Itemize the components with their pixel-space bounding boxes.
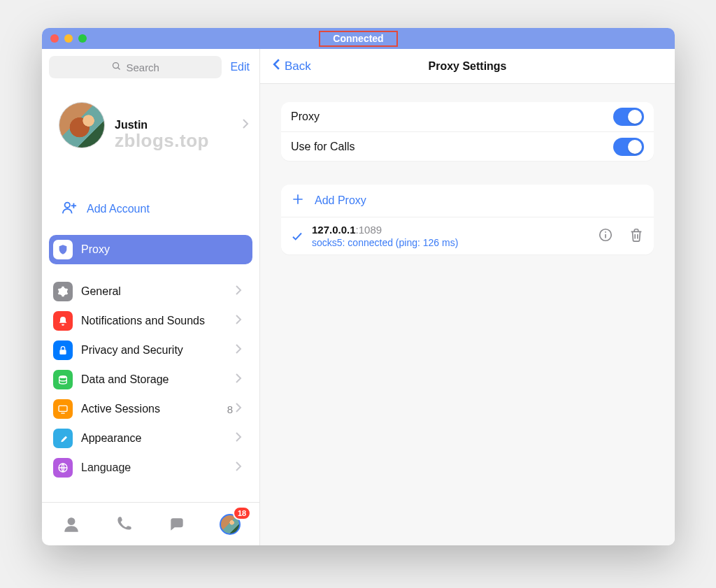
sidebar-item-label: Privacy and Security: [81, 344, 183, 357]
shield-icon: [53, 240, 73, 259]
sidebar-item-sessions[interactable]: Active Sessions 8: [49, 394, 252, 424]
brush-icon: [53, 429, 73, 448]
svg-point-0: [113, 62, 119, 68]
add-account-button[interactable]: Add Account: [42, 189, 259, 229]
toggles-card: Proxy Use for Calls: [281, 102, 654, 161]
sidebar-item-label: Notifications and Sounds: [81, 315, 205, 327]
chevron-right-icon: [234, 314, 243, 328]
sidebar-item-label: Appearance: [81, 432, 141, 445]
svg-line-1: [118, 67, 120, 69]
check-icon: [288, 230, 306, 243]
bell-icon: [53, 311, 73, 331]
sessions-count: 8: [227, 403, 233, 415]
search-placeholder: Search: [126, 62, 159, 73]
add-user-icon: [62, 200, 77, 218]
chevron-right-icon: [234, 402, 243, 416]
lock-icon: [53, 340, 73, 360]
sidebar-item-label: General: [81, 285, 121, 298]
content-pane: Back Proxy Settings Proxy Use for Calls: [260, 49, 675, 545]
sidebar-item-label: Language: [81, 461, 131, 474]
sidebar-item-data-storage[interactable]: Data and Storage: [49, 365, 252, 394]
avatar: [59, 102, 105, 148]
tab-chats[interactable]: [157, 510, 196, 538]
profile-name: Justin: [115, 119, 148, 131]
svg-point-6: [59, 375, 67, 378]
sidebar-item-label: Data and Storage: [81, 373, 169, 386]
calls-toggle-label: Use for Calls: [291, 141, 613, 153]
monitor-icon: [53, 399, 73, 419]
edit-button[interactable]: Edit: [230, 61, 250, 73]
sidebar-item-proxy[interactable]: Proxy: [49, 235, 252, 264]
proxies-card: Add Proxy 127.0.0.1:1089 socks5: connect…: [281, 185, 654, 254]
proxy-toggle[interactable]: [613, 108, 644, 126]
sidebar-item-label: Active Sessions: [81, 403, 160, 415]
page-title: Proxy Settings: [260, 60, 675, 73]
sidebar: Search Edit Justin zblogs.top: [42, 49, 260, 545]
tab-calls[interactable]: [105, 510, 144, 538]
add-proxy-button[interactable]: Add Proxy: [281, 185, 654, 217]
svg-point-10: [67, 517, 75, 525]
notification-badge: 18: [233, 506, 251, 520]
calls-toggle[interactable]: [613, 138, 644, 156]
bottom-tabbar: 18: [42, 502, 259, 545]
svg-point-15: [605, 231, 606, 233]
sidebar-item-notifications[interactable]: Notifications and Sounds: [49, 306, 252, 336]
svg-rect-5: [59, 350, 66, 354]
sidebar-item-privacy[interactable]: Privacy and Security: [49, 336, 252, 365]
chevron-right-icon: [234, 343, 243, 357]
sidebar-item-appearance[interactable]: Appearance: [49, 424, 252, 453]
chevron-right-icon: [234, 431, 243, 445]
proxy-address: 127.0.0.1:1089: [312, 224, 598, 236]
search-icon: [111, 61, 122, 74]
app-window: Connected Search Edit Justin: [42, 28, 675, 545]
globe-icon: [53, 458, 73, 478]
watermark: zblogs.top: [115, 130, 209, 152]
sidebar-item-label: Proxy: [81, 243, 110, 256]
proxy-delete-button[interactable]: [629, 227, 644, 245]
settings-menu: Proxy General: [42, 229, 259, 482]
gear-icon: [53, 282, 73, 301]
tab-contacts[interactable]: [52, 510, 91, 538]
svg-rect-7: [59, 406, 67, 411]
trash-icon: [629, 234, 644, 245]
plus-icon: [291, 192, 305, 209]
sidebar-item-language[interactable]: Language: [49, 453, 252, 482]
titlebar: Connected: [42, 28, 675, 49]
profile-row[interactable]: Justin zblogs.top: [42, 83, 259, 161]
chevron-right-icon: [234, 285, 243, 299]
proxy-toggle-row: Proxy: [281, 102, 654, 131]
search-input[interactable]: Search: [49, 56, 222, 78]
info-icon: [598, 234, 613, 245]
tab-settings[interactable]: 18: [210, 510, 250, 538]
connection-status-badge: Connected: [319, 31, 397, 47]
svg-point-2: [65, 203, 70, 208]
proxy-info-button[interactable]: [598, 227, 613, 245]
chevron-right-icon: [234, 373, 243, 387]
database-icon: [53, 370, 73, 389]
proxy-toggle-label: Proxy: [291, 110, 613, 123]
add-proxy-label: Add Proxy: [315, 194, 366, 207]
sidebar-item-general[interactable]: General: [49, 277, 252, 306]
proxy-entry[interactable]: 127.0.0.1:1089 socks5: connected (ping: …: [281, 217, 654, 254]
add-account-label: Add Account: [87, 203, 150, 215]
content-header: Back Proxy Settings: [260, 49, 675, 84]
calls-toggle-row: Use for Calls: [281, 131, 654, 161]
proxy-status: socks5: connected (ping: 126 ms): [312, 237, 598, 248]
chevron-right-icon: [241, 118, 250, 132]
chevron-right-icon: [234, 461, 243, 475]
